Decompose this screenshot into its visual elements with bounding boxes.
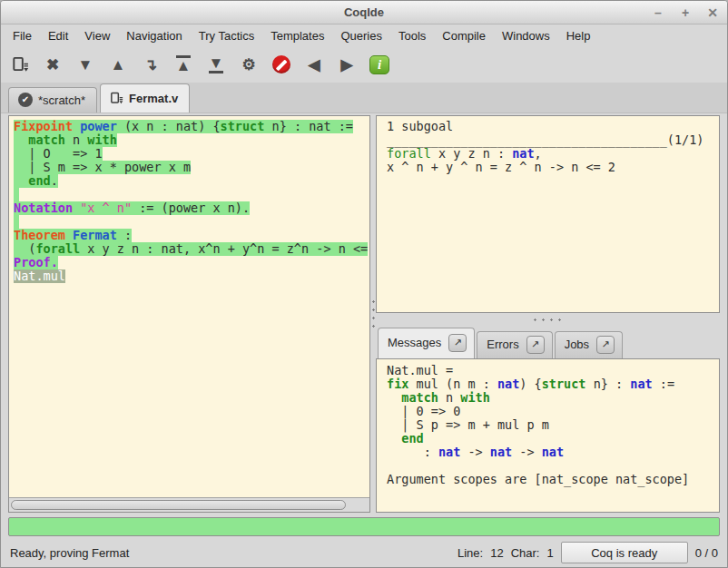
menubar: FileEditViewNavigationTry TacticsTemplat…: [1, 24, 727, 46]
message-line: [382, 459, 713, 473]
editor-code-line[interactable]: [9, 215, 369, 229]
minimize-button[interactable]: –: [651, 5, 665, 20]
forward-button[interactable]: ▶: [333, 51, 360, 78]
menu-item-queries[interactable]: Queries: [332, 26, 390, 45]
editor-tabbar: ✔*scratch*Fermat.v: [1, 83, 727, 113]
editor-pane[interactable]: Fixpoint power (x n : nat) {struct n} : …: [8, 115, 370, 513]
code-token: power: [80, 119, 117, 133]
menu-item-templates[interactable]: Templates: [262, 26, 332, 45]
menu-item-file[interactable]: File: [5, 26, 40, 45]
tab-scratch[interactable]: ✔*scratch*: [8, 87, 97, 113]
menu-item-navigation[interactable]: Navigation: [118, 26, 190, 45]
messages-pane: Nat.mul =fix mul (n m : nat) {struct n} …: [376, 358, 720, 513]
editor-code-line[interactable]: (forall x y z n : nat, x^n + y^n = z^n -…: [9, 242, 369, 256]
menu-item-edit[interactable]: Edit: [40, 26, 76, 45]
go-to-cursor-button[interactable]: ↴: [137, 51, 164, 78]
editor-code-line[interactable]: | O => 1: [9, 147, 369, 161]
editor-code-line[interactable]: end.: [9, 174, 369, 188]
editor-code-line[interactable]: Nat.mul: [9, 269, 369, 283]
editor-code-line[interactable]: [9, 188, 369, 201]
goal-line: ______________________________________(1…: [382, 133, 713, 147]
step-forward-button[interactable]: ▼: [72, 51, 99, 78]
code-token: end: [28, 173, 50, 188]
fully-check-button[interactable]: ⚙: [235, 51, 262, 78]
code-token: (: [14, 241, 35, 256]
goal-line: forall x y z n : nat,: [382, 147, 713, 161]
messages-tabbar: Messages↗Errors↗Jobs↗: [376, 326, 720, 358]
tab-messages[interactable]: Messages↗: [378, 328, 475, 358]
code-token: nat: [497, 377, 519, 391]
about-icon: i: [369, 55, 389, 74]
horizontal-splitter[interactable]: [376, 313, 720, 326]
detach-jobs-button[interactable]: ↗: [596, 336, 615, 354]
editor-code-line[interactable]: Proof.: [9, 256, 369, 269]
tab-label: Errors: [487, 338, 518, 351]
processed-highlight: match n with: [14, 133, 117, 147]
processed-highlight: Fixpoint power (x n : nat) {struct n} : …: [14, 120, 353, 133]
maximize-button[interactable]: +: [678, 5, 693, 20]
editor-code-line[interactable]: Notation "x ^ n" := (power x n).: [9, 201, 369, 215]
tab-jobs[interactable]: Jobs↗: [555, 331, 623, 358]
code-token: :: [387, 445, 438, 459]
close-button[interactable]: ✖: [39, 51, 66, 78]
editor-text-area[interactable]: Fixpoint power (x n : nat) {struct n} : …: [9, 116, 369, 497]
code-token: x y z n :: [431, 146, 512, 161]
messages-notebook: Messages↗Errors↗Jobs↗ Nat.mul =fix mul (…: [376, 326, 720, 513]
message-line: fix mul (n m : nat) {struct n} : nat :=: [382, 377, 713, 391]
step-backward-icon: ▲: [111, 57, 126, 73]
tab-errors[interactable]: Errors↗: [477, 331, 552, 358]
scrollbar-thumb[interactable]: [11, 500, 346, 510]
tab-fermat-v[interactable]: Fermat.v: [100, 83, 190, 113]
message-line: | S p => m + mul p m: [382, 418, 713, 432]
titlebar[interactable]: CoqIde – + ✕: [1, 1, 727, 24]
fully-check-icon: ⚙: [241, 57, 255, 73]
code-token: [14, 173, 28, 188]
processed-highlight: | S m => x * power x m: [14, 161, 191, 174]
code-token: struct: [542, 377, 586, 391]
interrupt-button[interactable]: [268, 51, 295, 78]
detach-messages-button[interactable]: ↗: [448, 334, 467, 352]
code-token: ______________________________________(1…: [387, 132, 704, 147]
menu-item-windows[interactable]: Windows: [494, 26, 558, 45]
message-line: Argument scopes are [nat_scope nat_scope…: [382, 473, 713, 486]
back-button[interactable]: ◀: [300, 51, 328, 78]
code-token: .: [51, 173, 58, 188]
menu-item-help[interactable]: Help: [558, 26, 599, 45]
char-value: 1: [546, 546, 553, 560]
step-backward-button[interactable]: ▲: [104, 51, 132, 78]
code-token: [387, 390, 401, 405]
code-token: mul (n m :: [408, 377, 497, 391]
code-token: match: [28, 132, 65, 147]
processed-highlight: Theorem Fermat :: [14, 229, 132, 242]
menu-item-view[interactable]: View: [76, 26, 118, 45]
step-forward-icon: ▼: [78, 57, 93, 73]
restart-button[interactable]: ▲: [170, 51, 197, 78]
message-line: | 0 => 0: [382, 405, 713, 418]
menu-item-try-tactics[interactable]: Try Tactics: [191, 26, 262, 45]
save-button[interactable]: [6, 51, 34, 78]
coqide-window: CoqIde – + ✕ FileEditViewNavigationTry T…: [0, 0, 728, 568]
editor-code-line[interactable]: | S m => x * power x m: [9, 161, 369, 174]
go-to-end-button[interactable]: ▼: [202, 51, 230, 78]
editor-code-line[interactable]: match n with: [9, 133, 369, 147]
editor-code-line[interactable]: Theorem Fermat :: [9, 229, 369, 242]
menu-item-compile[interactable]: Compile: [434, 26, 494, 45]
tab-label: Messages: [388, 336, 441, 349]
code-token: Fermat: [73, 228, 117, 242]
about-button[interactable]: i: [366, 51, 393, 78]
code-token: nat: [512, 146, 534, 161]
code-token: (x n : nat) {: [117, 119, 221, 133]
back-icon: ◀: [308, 57, 320, 73]
close-button[interactable]: ✕: [705, 5, 720, 20]
menu-item-tools[interactable]: Tools: [390, 26, 434, 45]
editor-horizontal-scrollbar[interactable]: [9, 497, 369, 512]
status-right: Line: 12 Char: 1 Coq is ready 0 / 0: [457, 542, 718, 563]
file-icon: [110, 92, 123, 105]
coq-status-button[interactable]: Coq is ready: [561, 542, 688, 563]
detach-errors-button[interactable]: ↗: [526, 336, 545, 354]
code-token: [14, 132, 28, 147]
editor-code-line[interactable]: Fixpoint power (x n : nat) {struct n} : …: [9, 120, 369, 133]
code-token: x y z n : nat, x^n + y^n = z^n -> n <=: [80, 241, 368, 256]
toolbar: ✖▼▲↴▲▼⚙◀▶i: [1, 46, 727, 83]
code-token: | S m => x * power x m: [14, 160, 191, 174]
